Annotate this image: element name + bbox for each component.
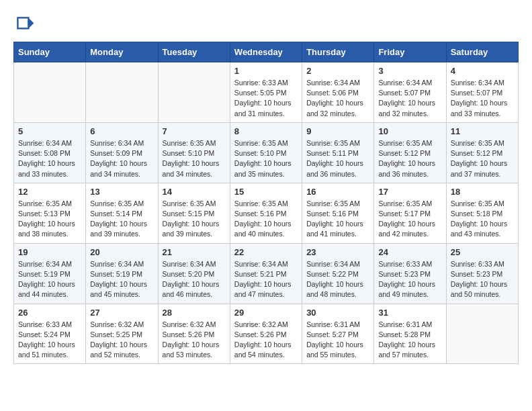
calendar-cell: 15Sunrise: 6:35 AMSunset: 5:16 PMDayligh… xyxy=(230,183,302,243)
calendar-cell: 9Sunrise: 6:35 AMSunset: 5:11 PMDaylight… xyxy=(302,122,374,183)
day-number: 5 xyxy=(18,126,81,136)
day-info: Sunrise: 6:35 AMSunset: 5:17 PMDaylight:… xyxy=(378,199,441,240)
calendar-cell: 13Sunrise: 6:35 AMSunset: 5:14 PMDayligh… xyxy=(86,183,158,243)
calendar-cell: 19Sunrise: 6:34 AMSunset: 5:19 PMDayligh… xyxy=(14,243,86,304)
calendar-cell: 5Sunrise: 6:34 AMSunset: 5:08 PMDaylight… xyxy=(14,122,86,183)
day-info: Sunrise: 6:34 AMSunset: 5:22 PMDaylight:… xyxy=(306,259,369,300)
day-info: Sunrise: 6:34 AMSunset: 5:07 PMDaylight:… xyxy=(451,78,514,119)
day-number: 10 xyxy=(378,126,441,136)
day-info: Sunrise: 6:32 AMSunset: 5:25 PMDaylight:… xyxy=(90,320,153,361)
day-number: 26 xyxy=(18,308,81,318)
day-info: Sunrise: 6:34 AMSunset: 5:07 PMDaylight:… xyxy=(378,78,441,119)
day-number: 8 xyxy=(234,126,298,136)
day-info: Sunrise: 6:35 AMSunset: 5:16 PMDaylight:… xyxy=(306,199,369,240)
calendar-cell: 29Sunrise: 6:32 AMSunset: 5:26 PMDayligh… xyxy=(230,304,302,364)
weekday-header: Monday xyxy=(86,42,158,62)
day-info: Sunrise: 6:33 AMSunset: 5:23 PMDaylight:… xyxy=(378,259,441,300)
day-number: 3 xyxy=(378,66,441,76)
calendar-cell: 4Sunrise: 6:34 AMSunset: 5:07 PMDaylight… xyxy=(446,62,518,123)
svg-rect-1 xyxy=(17,17,28,28)
day-number: 24 xyxy=(378,247,441,257)
weekday-header: Wednesday xyxy=(230,42,302,62)
calendar-cell: 27Sunrise: 6:32 AMSunset: 5:25 PMDayligh… xyxy=(86,304,158,364)
day-number: 22 xyxy=(234,247,298,257)
day-info: Sunrise: 6:35 AMSunset: 5:12 PMDaylight:… xyxy=(378,138,441,179)
weekday-header: Tuesday xyxy=(158,42,230,62)
day-number: 18 xyxy=(451,187,514,197)
day-number: 14 xyxy=(163,187,226,197)
calendar-cell: 6Sunrise: 6:34 AMSunset: 5:09 PMDaylight… xyxy=(86,122,158,183)
logo xyxy=(13,13,38,35)
day-info: Sunrise: 6:33 AMSunset: 5:24 PMDaylight:… xyxy=(18,320,81,361)
day-info: Sunrise: 6:34 AMSunset: 5:21 PMDaylight:… xyxy=(234,259,298,300)
calendar-cell: 7Sunrise: 6:35 AMSunset: 5:10 PMDaylight… xyxy=(158,122,230,183)
day-number: 13 xyxy=(90,187,153,197)
day-number: 16 xyxy=(306,187,369,197)
calendar-cell: 20Sunrise: 6:34 AMSunset: 5:19 PMDayligh… xyxy=(86,243,158,304)
day-info: Sunrise: 6:31 AMSunset: 5:27 PMDaylight:… xyxy=(306,320,369,361)
day-info: Sunrise: 6:34 AMSunset: 5:19 PMDaylight:… xyxy=(18,259,81,300)
day-info: Sunrise: 6:35 AMSunset: 5:18 PMDaylight:… xyxy=(451,199,514,240)
day-number: 1 xyxy=(234,66,298,76)
day-number: 23 xyxy=(306,247,369,257)
page-header xyxy=(13,13,519,35)
day-number: 12 xyxy=(18,187,81,197)
day-info: Sunrise: 6:32 AMSunset: 5:26 PMDaylight:… xyxy=(234,320,298,361)
day-number: 17 xyxy=(378,187,441,197)
day-number: 2 xyxy=(306,66,369,76)
calendar-cell: 30Sunrise: 6:31 AMSunset: 5:27 PMDayligh… xyxy=(302,304,374,364)
calendar-cell: 11Sunrise: 6:35 AMSunset: 5:12 PMDayligh… xyxy=(446,122,518,183)
day-info: Sunrise: 6:34 AMSunset: 5:19 PMDaylight:… xyxy=(90,259,153,300)
calendar-cell xyxy=(158,62,230,123)
day-number: 25 xyxy=(451,247,514,257)
day-number: 11 xyxy=(451,126,514,136)
weekday-header: Friday xyxy=(374,42,446,62)
logo-icon xyxy=(13,13,35,35)
weekday-header: Saturday xyxy=(446,42,518,62)
day-info: Sunrise: 6:35 AMSunset: 5:10 PMDaylight:… xyxy=(234,138,298,179)
day-info: Sunrise: 6:34 AMSunset: 5:09 PMDaylight:… xyxy=(90,138,153,179)
calendar-cell: 3Sunrise: 6:34 AMSunset: 5:07 PMDaylight… xyxy=(374,62,446,123)
calendar-cell: 21Sunrise: 6:34 AMSunset: 5:20 PMDayligh… xyxy=(158,243,230,304)
calendar-cell: 31Sunrise: 6:31 AMSunset: 5:28 PMDayligh… xyxy=(374,304,446,364)
calendar-cell: 2Sunrise: 6:34 AMSunset: 5:06 PMDaylight… xyxy=(302,62,374,123)
calendar-cell xyxy=(14,62,86,123)
day-info: Sunrise: 6:35 AMSunset: 5:11 PMDaylight:… xyxy=(306,138,369,179)
day-number: 31 xyxy=(378,308,441,318)
calendar-cell: 14Sunrise: 6:35 AMSunset: 5:15 PMDayligh… xyxy=(158,183,230,243)
calendar-cell: 22Sunrise: 6:34 AMSunset: 5:21 PMDayligh… xyxy=(230,243,302,304)
weekday-header: Sunday xyxy=(14,42,86,62)
calendar-cell: 28Sunrise: 6:32 AMSunset: 5:26 PMDayligh… xyxy=(158,304,230,364)
day-info: Sunrise: 6:31 AMSunset: 5:28 PMDaylight:… xyxy=(378,320,441,361)
calendar-cell: 16Sunrise: 6:35 AMSunset: 5:16 PMDayligh… xyxy=(302,183,374,243)
day-number: 27 xyxy=(90,308,153,318)
calendar-cell: 12Sunrise: 6:35 AMSunset: 5:13 PMDayligh… xyxy=(14,183,86,243)
weekday-header: Thursday xyxy=(302,42,374,62)
calendar-header: SundayMondayTuesdayWednesdayThursdayFrid… xyxy=(14,42,519,62)
day-info: Sunrise: 6:34 AMSunset: 5:08 PMDaylight:… xyxy=(18,138,81,179)
svg-marker-0 xyxy=(28,17,34,28)
day-info: Sunrise: 6:34 AMSunset: 5:06 PMDaylight:… xyxy=(306,78,369,119)
day-number: 9 xyxy=(306,126,369,136)
calendar-cell xyxy=(86,62,158,123)
day-info: Sunrise: 6:35 AMSunset: 5:16 PMDaylight:… xyxy=(234,199,298,240)
day-number: 15 xyxy=(234,187,298,197)
calendar-table: SundayMondayTuesdayWednesdayThursdayFrid… xyxy=(13,42,519,364)
day-number: 19 xyxy=(18,247,81,257)
day-info: Sunrise: 6:33 AMSunset: 5:05 PMDaylight:… xyxy=(234,78,298,119)
day-info: Sunrise: 6:32 AMSunset: 5:26 PMDaylight:… xyxy=(163,320,226,361)
calendar-cell xyxy=(446,304,518,364)
day-info: Sunrise: 6:35 AMSunset: 5:14 PMDaylight:… xyxy=(90,199,153,240)
calendar-cell: 8Sunrise: 6:35 AMSunset: 5:10 PMDaylight… xyxy=(230,122,302,183)
calendar-cell: 18Sunrise: 6:35 AMSunset: 5:18 PMDayligh… xyxy=(446,183,518,243)
day-info: Sunrise: 6:33 AMSunset: 5:23 PMDaylight:… xyxy=(451,259,514,300)
calendar-cell: 1Sunrise: 6:33 AMSunset: 5:05 PMDaylight… xyxy=(230,62,302,123)
calendar-cell: 26Sunrise: 6:33 AMSunset: 5:24 PMDayligh… xyxy=(14,304,86,364)
day-number: 30 xyxy=(306,308,369,318)
day-number: 4 xyxy=(451,66,514,76)
day-number: 21 xyxy=(163,247,226,257)
day-number: 20 xyxy=(90,247,153,257)
day-number: 29 xyxy=(234,308,298,318)
calendar-cell: 24Sunrise: 6:33 AMSunset: 5:23 PMDayligh… xyxy=(374,243,446,304)
day-info: Sunrise: 6:35 AMSunset: 5:15 PMDaylight:… xyxy=(163,199,226,240)
